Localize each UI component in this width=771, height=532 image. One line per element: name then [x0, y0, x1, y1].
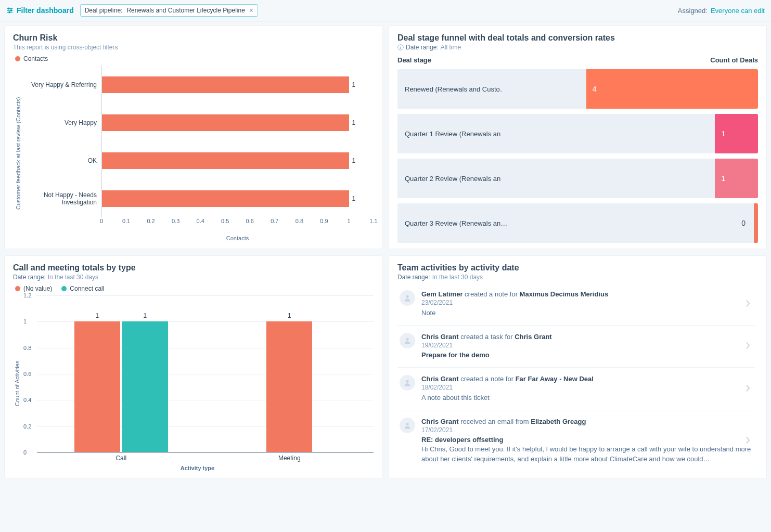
- filter-pill[interactable]: Deal pipeline: Renewals and Customer Lif…: [80, 4, 258, 17]
- funnel-chart: Renewed (Renewals and Custo… 4 Quarter 1…: [397, 69, 758, 243]
- funnel-count: 4: [593, 85, 597, 93]
- chevron-right-icon: [746, 342, 751, 351]
- churn-chart: Customer feedback at last review (Contac…: [13, 66, 374, 241]
- filter-dashboard-label: Filter dashboard: [17, 6, 74, 15]
- axis-tick: 0.1: [122, 218, 130, 224]
- date-range-label: Date range:: [406, 44, 439, 51]
- funnel-row[interactable]: Quarter 2 Review (Renewals an… 1: [397, 159, 758, 198]
- chevron-right-icon: [746, 436, 751, 445]
- legend-swatch-icon: [61, 286, 67, 291]
- activity-item[interactable]: Chris Grant created a task for Chris Gra…: [397, 326, 755, 368]
- bar-fill: [102, 114, 349, 131]
- activity-date: 23/02/2021: [421, 299, 753, 306]
- axis-tick: Meeting: [205, 452, 374, 462]
- activity-item[interactable]: Chris Grant created a note for Far Far A…: [397, 368, 755, 410]
- axis-tick: 1.2: [23, 292, 31, 299]
- legend-connect-call[interactable]: Connect call: [61, 285, 104, 292]
- card-team-activities: Team activities by activity date Date ra…: [389, 255, 767, 479]
- axis-tick: 0.4: [23, 397, 31, 403]
- activity-snippet: Note: [421, 308, 753, 318]
- x-axis-label: Activity type: [21, 465, 374, 471]
- axis-tick: 0.8: [295, 218, 303, 224]
- avatar-icon: [400, 290, 415, 306]
- axis-tick: 1: [347, 218, 350, 224]
- svg-point-11: [406, 380, 408, 383]
- activity-date: 18/02/2021: [421, 384, 753, 391]
- chart-bar[interactable]: Not Happy - Needs Investigation 1: [102, 188, 374, 209]
- sliders-icon: [6, 7, 14, 14]
- svg-point-12: [406, 423, 408, 425]
- chart-bar[interactable]: 1: [122, 321, 168, 452]
- svg-point-9: [406, 295, 408, 298]
- chart-bar[interactable]: 1: [266, 321, 312, 452]
- card-title: Call and meeting totals by type: [13, 263, 374, 273]
- card-title: Churn Risk: [13, 33, 374, 43]
- activity-summary: Chris Grant created a note for Far Far A…: [421, 375, 753, 383]
- axis-tick: 0.2: [147, 218, 155, 224]
- funnel-count: 0: [723, 203, 754, 243]
- bar-value: 1: [352, 157, 356, 164]
- svg-point-4: [10, 10, 11, 11]
- axis-tick: Call: [37, 452, 205, 462]
- card-title: Deal stage funnel with deal totals and c…: [397, 33, 758, 43]
- chart-bar[interactable]: Very Happy & Referring 1: [102, 74, 374, 95]
- axis-tick: 0.4: [197, 218, 204, 224]
- funnel-stage-label: Quarter 3 Review (Renewals an…: [397, 203, 723, 243]
- funnel-row[interactable]: Quarter 1 Review (Renewals an… 1: [397, 114, 758, 153]
- activities-list[interactable]: Gem Latimer created a note for Maximus D…: [397, 283, 758, 471]
- axis-tick: 0.6: [246, 218, 254, 224]
- date-range-label: Date range:: [397, 274, 430, 281]
- activity-date: 19/02/2021: [421, 342, 753, 349]
- funnel-row[interactable]: Renewed (Renewals and Custo… 4: [397, 69, 758, 109]
- funnel-bar: 4: [586, 69, 758, 109]
- calls-chart: Count of Activities 00.20.40.60.811.2111…: [13, 295, 374, 471]
- chart-bar[interactable]: OK 1: [102, 150, 374, 171]
- dashboard-grid: Churn Risk This report is using cross-ob…: [0, 21, 771, 483]
- axis-tick: 1.1: [369, 218, 377, 224]
- bar-value: 1: [288, 312, 291, 319]
- activity-summary: Chris Grant received an email from Eliza…: [421, 418, 753, 425]
- legend-swatch-icon: [15, 56, 20, 61]
- svg-point-5: [9, 11, 10, 12]
- bar-label: OK: [21, 157, 97, 164]
- card-subtext: This report is using cross-object filter…: [13, 44, 374, 51]
- bar-value: 1: [95, 312, 99, 319]
- assigned-dropdown[interactable]: Everyone can edit: [711, 7, 765, 15]
- activity-item[interactable]: Gem Latimer created a note for Maximus D…: [397, 283, 755, 326]
- svg-point-10: [406, 338, 408, 341]
- info-icon: [397, 44, 404, 50]
- avatar-icon: [400, 333, 415, 348]
- card-churn-risk: Churn Risk This report is using cross-ob…: [4, 25, 382, 249]
- legend-item-contacts[interactable]: Contacts: [15, 55, 48, 62]
- bar-label: Very Happy: [21, 119, 97, 126]
- bar-fill: [102, 76, 349, 93]
- bar-fill: [102, 190, 349, 207]
- bar-value: 1: [352, 195, 356, 202]
- chevron-right-icon: [746, 384, 751, 393]
- close-icon[interactable]: ×: [249, 7, 253, 14]
- axis-tick: 0.8: [23, 345, 31, 351]
- legend-no-value[interactable]: (No value): [15, 285, 52, 292]
- funnel-bar: [754, 203, 758, 243]
- bar-label: Very Happy & Referring: [21, 81, 97, 88]
- card-call-meeting-totals: Call and meeting totals by type Date ran…: [4, 255, 382, 479]
- filter-dashboard-button[interactable]: Filter dashboard: [6, 6, 74, 15]
- bar-value: 1: [352, 119, 356, 126]
- date-range-value: All time: [441, 44, 461, 51]
- avatar-icon: [400, 418, 415, 433]
- funnel-stage-label: Quarter 1 Review (Renewals an…: [397, 114, 502, 153]
- activity-subject: Prepare for the demo: [421, 351, 753, 359]
- activity-item[interactable]: Chris Grant received an email from Eliza…: [397, 410, 755, 471]
- axis-tick: 0.6: [23, 371, 31, 377]
- card-title: Team activities by activity date: [397, 263, 758, 273]
- chevron-right-icon: [746, 300, 751, 308]
- chart-bar[interactable]: 1: [74, 321, 120, 452]
- legend-swatch-icon: [15, 286, 20, 291]
- axis-tick: 0: [100, 218, 103, 224]
- chart-bar[interactable]: Very Happy 1: [102, 112, 374, 133]
- activity-summary: Gem Latimer created a note for Maximus D…: [421, 290, 753, 298]
- bar-group: 11: [37, 295, 205, 452]
- funnel-col-stage: Deal stage: [397, 56, 431, 64]
- bar-label: Not Happy - Needs Investigation: [21, 191, 97, 206]
- funnel-row[interactable]: Quarter 3 Review (Renewals an… 0: [397, 203, 758, 243]
